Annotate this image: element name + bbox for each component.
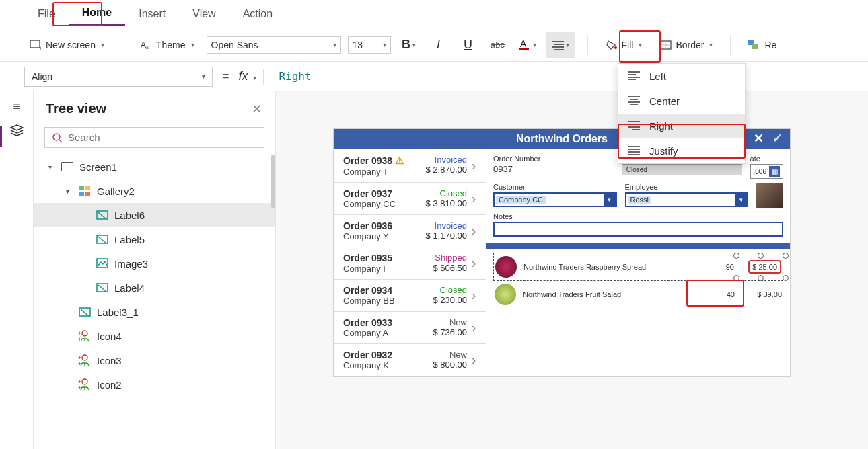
tree-node[interactable]: Label3_1	[34, 300, 275, 324]
fill-button[interactable]: Fill ▾	[600, 37, 648, 53]
order-item[interactable]: Order 0934 Company BB Closed $ 230.00 ›	[334, 280, 486, 312]
italic-button[interactable]: I	[427, 34, 450, 56]
search-input[interactable]	[44, 127, 264, 148]
chevron-down-icon: ▾	[383, 41, 386, 48]
close-order-icon[interactable]: ✕	[751, 131, 766, 146]
menu-file[interactable]: File	[24, 3, 69, 26]
chevron-down-icon: ▾	[533, 41, 536, 48]
menu-insert[interactable]: Insert	[125, 3, 179, 26]
calendar-icon: ▦	[769, 166, 780, 177]
employee-select[interactable]: Rossi ▾	[625, 192, 749, 207]
order-item[interactable]: Order 0935 Company I Shipped $ 606.50 ›	[334, 247, 486, 280]
order-item[interactable]: Order 0933 Company A New $ 736.00 ›	[334, 312, 486, 344]
align-option-justify[interactable]: Justify	[618, 138, 745, 163]
svg-point-28	[82, 331, 87, 336]
canvas[interactable]: Northwind Orders ✕ ✓ Order 0938⚠ Company…	[276, 91, 868, 449]
font-select[interactable]: Open Sans ▾	[207, 36, 341, 54]
order-item[interactable]: Order 0937 Company CC Closed $ 3,810.00 …	[334, 183, 486, 215]
separator	[122, 35, 122, 55]
rail-active-indicator	[0, 126, 2, 147]
order-date-picker[interactable]: .006 ▦	[750, 164, 783, 179]
strikethrough-button[interactable]: abc	[486, 34, 509, 56]
theme-button[interactable]: Aa Theme ▾	[135, 37, 200, 53]
menu-action[interactable]: Action	[229, 3, 286, 26]
tree-node-label: Label4	[114, 282, 145, 294]
order-id: Order 0935	[343, 253, 392, 263]
confirm-order-icon[interactable]: ✓	[770, 131, 785, 146]
chevron-right-icon[interactable]: ›	[467, 188, 480, 209]
price-label-selected[interactable]: $ 25.00	[748, 260, 781, 274]
order-amount: $ 736.00	[416, 327, 467, 337]
chevron-right-icon[interactable]: ›	[467, 317, 480, 338]
order-amount: $ 606.50	[416, 263, 467, 273]
chevron-right-icon[interactable]: ›	[467, 350, 480, 370]
tree-node[interactable]: Label4	[34, 276, 275, 300]
property-select[interactable]: Align ▾	[24, 67, 213, 87]
customer-value: Company CC	[496, 196, 546, 204]
notes-input[interactable]	[493, 222, 783, 237]
chevron-right-icon[interactable]: ›	[467, 220, 480, 241]
align-option-center[interactable]: Center	[618, 89, 745, 114]
svg-text:A: A	[520, 38, 527, 49]
align-option-label: Right	[649, 120, 673, 132]
svg-point-34	[82, 379, 87, 384]
align-button[interactable]: ▾	[546, 32, 575, 58]
chevron-right-icon[interactable]: ›	[467, 253, 480, 274]
tree-twisty-icon[interactable]: ▾	[48, 163, 55, 171]
line-item[interactable]: Northwind Traders Fruit Salad 40 $ 39.00	[493, 281, 783, 308]
tree-node[interactable]: ++ Icon4	[34, 324, 275, 348]
bold-button[interactable]: B▾	[398, 34, 421, 56]
order-status: Invoiced	[416, 155, 467, 165]
align-option-left[interactable]: Left	[618, 64, 745, 89]
order-date-value: .006	[754, 168, 766, 175]
align-justify-icon	[628, 145, 640, 157]
line-item[interactable]: Northwind Traders Raspberry Spread 90 $ …	[493, 253, 783, 281]
orders-gallery[interactable]: Order 0938⚠ Company T Invoiced $ 2,870.0…	[334, 149, 486, 376]
reorder-button[interactable]: Re	[743, 37, 782, 53]
tree-node[interactable]: ▾ Gallery2	[34, 179, 275, 203]
chevron-right-icon[interactable]: ›	[467, 155, 480, 177]
border-button[interactable]: Border ▾	[654, 37, 718, 53]
tree-node-label: Label3_1	[97, 307, 139, 318]
theme-icon: Aa	[140, 40, 152, 50]
new-screen-label: New screen	[46, 40, 96, 50]
tree-node[interactable]: ++ Icon3	[34, 348, 275, 372]
order-item[interactable]: Order 0932 Company K New $ 800.00 ›	[334, 344, 486, 376]
order-amount: $ 230.00	[416, 295, 467, 305]
chevron-right-icon[interactable]: ›	[467, 285, 480, 306]
svg-text:+: +	[39, 45, 42, 50]
formula-value[interactable]: Right	[279, 70, 311, 83]
tree-node[interactable]: Label6	[34, 203, 275, 227]
font-color-button[interactable]: A ▾	[516, 34, 539, 56]
scrollbar[interactable]	[271, 155, 275, 449]
close-icon[interactable]: ✕	[252, 101, 262, 116]
tree-twisty-icon[interactable]: ▾	[66, 188, 73, 195]
fx-button[interactable]: fx ▾	[239, 69, 257, 83]
tree-node[interactable]: Label5	[34, 227, 275, 251]
svg-rect-19	[85, 186, 90, 190]
hamburger-icon[interactable]: ≡	[13, 99, 20, 114]
tree-node-label: Icon4	[97, 331, 122, 342]
order-amount: $ 2,870.00	[416, 165, 467, 175]
order-amount: $ 3,810.00	[416, 198, 467, 208]
menu-view[interactable]: View	[179, 3, 229, 26]
search-field[interactable]	[68, 132, 257, 143]
font-size-select[interactable]: 13 ▾	[348, 36, 391, 54]
underline-button[interactable]: U	[457, 34, 480, 56]
order-item[interactable]: Order 0936 Company Y Invoiced $ 1,170.00…	[334, 215, 486, 247]
tree-node[interactable]: ▾ Screen1	[34, 155, 275, 179]
tree-node[interactable]: ++ Icon2	[34, 372, 275, 397]
chevron-down-icon: ▾	[191, 41, 194, 48]
align-option-right[interactable]: Right	[618, 114, 745, 138]
customer-select[interactable]: Company CC ▾	[493, 192, 617, 207]
menu-home[interactable]: Home	[69, 1, 125, 26]
new-screen-button[interactable]: + New screen ▾	[24, 37, 110, 53]
align-center-icon	[628, 95, 640, 107]
label-icon	[96, 233, 109, 246]
tree-node[interactable]: Image3	[34, 251, 275, 276]
order-company: Company I	[343, 263, 416, 274]
employee-photo	[756, 183, 783, 208]
tree-view-rail-icon[interactable]	[9, 124, 24, 136]
order-item[interactable]: Order 0938⚠ Company T Invoiced $ 2,870.0…	[334, 149, 486, 183]
tree-node-label: Screen1	[79, 161, 117, 173]
